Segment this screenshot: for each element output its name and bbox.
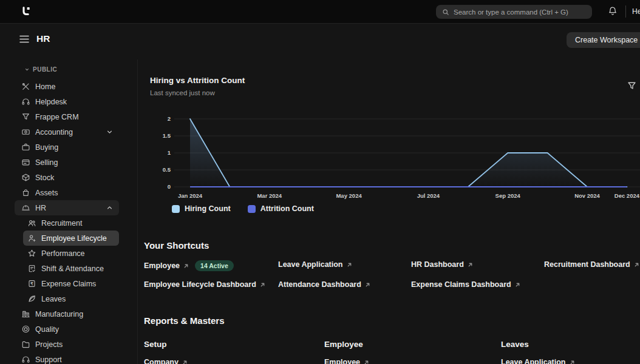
card-icon: [21, 158, 30, 167]
sidebar-toggle-icon[interactable]: [19, 35, 29, 43]
sidebar-item-label: Support: [35, 356, 62, 364]
report-link-employee[interactable]: Employee: [324, 358, 369, 364]
svg-text:2: 2: [168, 115, 171, 122]
legend-item-hiring-count[interactable]: Hiring Count: [172, 204, 231, 213]
quality-icon: [21, 325, 30, 334]
shortcut-recruitment-dashboard[interactable]: Recruitment Dashboard: [544, 260, 639, 269]
arrow-up-right-icon: [634, 262, 639, 268]
reports-column-leaves: Leaves: [501, 340, 529, 349]
arrow-up-right-icon: [570, 360, 575, 364]
sidebar-item-hr[interactable]: HR: [15, 200, 119, 215]
sidebar-item-employee-lifecycle[interactable]: Employee Lifecycle: [23, 231, 119, 246]
command-search-input[interactable]: Search or type a command (Ctrl + G): [436, 5, 592, 19]
frappe-logo-icon[interactable]: [20, 5, 32, 18]
sidebar-item-home[interactable]: Home: [15, 79, 119, 94]
sidebar-item-expense-claims[interactable]: ₹Expense Claims: [23, 276, 119, 291]
shortcut-label: Recruitment Dashboard: [544, 260, 630, 269]
arrow-up-right-icon: [515, 282, 520, 288]
sidebar-item-label: Buying: [35, 143, 58, 152]
sidebar-item-leaves[interactable]: Leaves: [23, 291, 119, 306]
tools-icon: [21, 82, 30, 91]
sidebar-item-label: Expense Claims: [41, 280, 96, 288]
sidebar-item-label: Helpdesk: [35, 98, 67, 106]
arrow-up-right-icon: [347, 262, 352, 268]
legend-swatch: [248, 205, 256, 213]
svg-text:Nov 2024: Nov 2024: [574, 192, 600, 199]
arrow-up-right-icon: [183, 263, 189, 269]
report-link-company[interactable]: Company: [144, 358, 188, 364]
leaf-icon: [27, 294, 36, 303]
shortcut-expense-claims-dashboard[interactable]: Expense Claims Dashboard: [411, 280, 520, 289]
svg-text:Dec 2024: Dec 2024: [614, 192, 640, 199]
sidebar-item-recruitment[interactable]: Recruitment: [23, 215, 119, 231]
chevron-down-icon[interactable]: [106, 128, 114, 136]
star-icon: [27, 249, 36, 258]
main-content: Hiring vs Attrition Count Last synced ju…: [138, 23, 640, 364]
arrow-up-right-icon: [468, 262, 473, 268]
sidebar-item-label: Accounting: [35, 128, 73, 136]
box-icon: [21, 173, 30, 182]
sidebar-item-shift-attendance[interactable]: Shift & Attendance: [23, 261, 119, 276]
person-plus-icon: [27, 234, 36, 243]
sidebar-item-label: HR: [35, 204, 46, 212]
cash-icon: [21, 127, 30, 136]
hiring-attrition-line-chart: 00.511.52Jan 2024Mar 2024May 2024Jul 202…: [144, 112, 640, 200]
svg-text:1.5: 1.5: [163, 132, 171, 139]
svg-text:1: 1: [168, 149, 171, 156]
factory-icon: [21, 309, 30, 318]
svg-text:May 2024: May 2024: [336, 192, 362, 199]
sidebar-item-assets[interactable]: Assets: [15, 185, 119, 200]
help-menu[interactable]: He: [632, 7, 640, 16]
sidebar-item-selling[interactable]: Selling: [15, 155, 119, 170]
svg-text:0: 0: [168, 183, 171, 190]
sidebar-item-label: Selling: [35, 158, 58, 167]
report-link-label: Company: [144, 358, 179, 364]
topbar-divider: [625, 5, 626, 18]
sidebar-item-accounting[interactable]: Accounting: [15, 124, 119, 140]
headset-icon: [21, 97, 30, 106]
shortcut-employee-lifecycle-dashboard[interactable]: Employee Lifecycle Dashboard: [144, 280, 265, 289]
chart-last-synced: Last synced just now: [150, 89, 215, 96]
bell-icon[interactable]: [608, 6, 618, 16]
sidebar-item-label: Performance: [41, 249, 85, 258]
legend-label: Hiring Count: [185, 204, 231, 213]
shortcut-hr-dashboard[interactable]: HR Dashboard: [411, 260, 473, 269]
report-link-label: Leave Application: [501, 358, 566, 364]
people-icon: [27, 218, 36, 228]
sidebar-section-public[interactable]: PUBLIC: [0, 64, 137, 74]
shortcut-employee[interactable]: Employee14 Active: [144, 260, 234, 271]
sidebar-item-manufacturing[interactable]: Manufacturing: [15, 306, 119, 322]
sidebar-item-stock[interactable]: Stock: [15, 170, 119, 185]
sidebar-item-projects[interactable]: Projects: [15, 337, 119, 352]
sidebar-item-support[interactable]: Support: [15, 352, 119, 364]
svg-text:₹: ₹: [30, 281, 33, 286]
funnel-icon: [21, 112, 30, 121]
report-link-label: Employee: [324, 358, 360, 364]
sidebar-item-quality[interactable]: Quality: [15, 322, 119, 337]
sidebar-nav: HomeHelpdeskFrappe CRMAccountingBuyingSe…: [0, 79, 137, 364]
chevron-up-icon[interactable]: [106, 204, 114, 212]
report-link-leave-application[interactable]: Leave Application: [501, 358, 575, 364]
sidebar-item-helpdesk[interactable]: Helpdesk: [15, 94, 119, 109]
sidebar-item-label: Home: [35, 83, 55, 91]
sidebar-item-performance[interactable]: Performance: [23, 246, 119, 261]
sidebar-item-buying[interactable]: Buying: [15, 140, 119, 155]
shortcut-attendance-dashboard[interactable]: Attendance Dashboard: [278, 280, 370, 289]
headset-icon: [21, 355, 30, 364]
hr-workspace-app: Search or type a command (Ctrl + G) He H…: [0, 0, 640, 364]
arrow-up-right-icon: [365, 282, 370, 288]
search-icon: [442, 8, 449, 16]
sidebar-item-label: Frappe CRM: [35, 113, 79, 121]
sidebar-item-frappe-crm[interactable]: Frappe CRM: [15, 109, 119, 124]
sidebar-item-label: Projects: [35, 340, 63, 349]
reports-column-employee: Employee: [324, 340, 363, 349]
sidebar-item-label: Stock: [35, 174, 54, 182]
arrow-up-right-icon: [182, 360, 188, 364]
legend-item-attrition-count[interactable]: Attrition Count: [248, 204, 314, 213]
arrow-up-right-icon: [260, 282, 265, 288]
svg-text:Mar 2024: Mar 2024: [257, 192, 282, 199]
chart-legend: Hiring CountAttrition Count: [172, 204, 314, 213]
shortcut-leave-application[interactable]: Leave Application: [278, 260, 352, 269]
filter-icon[interactable]: [627, 81, 637, 91]
svg-text:Jan 2024: Jan 2024: [178, 192, 203, 199]
